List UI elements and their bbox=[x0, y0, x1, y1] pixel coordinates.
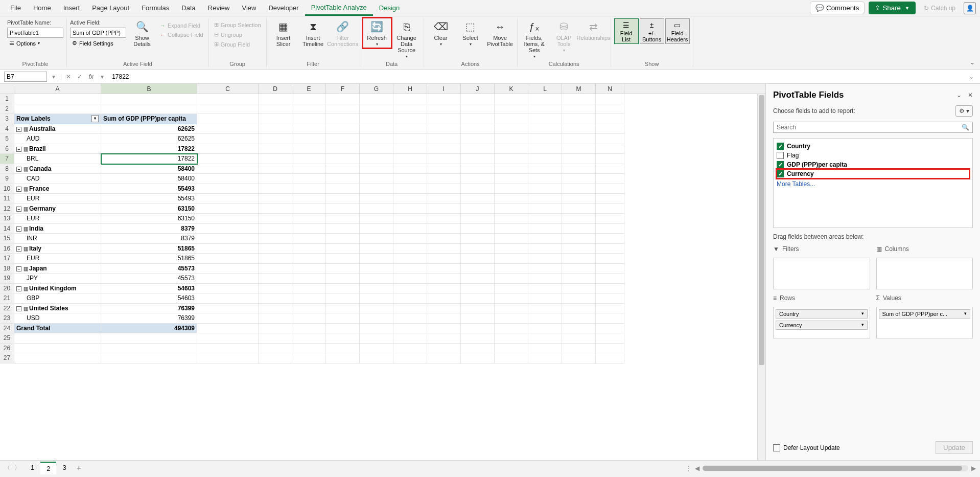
cell[interactable] bbox=[326, 164, 360, 174]
row-header[interactable]: 2 bbox=[0, 104, 14, 115]
cell[interactable] bbox=[596, 284, 624, 294]
row-header[interactable]: 23 bbox=[0, 313, 14, 324]
cell[interactable] bbox=[495, 144, 528, 154]
cell[interactable] bbox=[427, 144, 461, 154]
cell[interactable] bbox=[360, 244, 393, 254]
ribbon-collapse-button[interactable]: ⌄ bbox=[970, 59, 975, 66]
cell[interactable] bbox=[393, 154, 427, 164]
row-header[interactable]: 14 bbox=[0, 224, 14, 234]
cell[interactable] bbox=[326, 333, 360, 344]
cell[interactable] bbox=[259, 254, 292, 264]
cell[interactable] bbox=[259, 94, 292, 104]
formula-input[interactable] bbox=[109, 72, 965, 81]
cell[interactable]: 76399 bbox=[101, 313, 197, 324]
cell[interactable] bbox=[197, 324, 259, 334]
user-account-icon[interactable]: 👤 bbox=[964, 2, 976, 14]
cell[interactable] bbox=[596, 144, 624, 154]
cell[interactable] bbox=[197, 254, 259, 264]
relationships-button[interactable]: ⇄Relationships bbox=[580, 18, 608, 42]
cell[interactable] bbox=[461, 174, 495, 184]
cell[interactable] bbox=[292, 293, 326, 304]
cell[interactable] bbox=[596, 174, 624, 184]
cell[interactable] bbox=[495, 214, 528, 224]
cell[interactable] bbox=[292, 234, 326, 244]
cell[interactable] bbox=[461, 353, 495, 364]
cell[interactable] bbox=[393, 264, 427, 274]
cell[interactable]: −▥Brazil bbox=[14, 144, 101, 154]
row-header[interactable]: 19 bbox=[0, 274, 14, 284]
cell[interactable] bbox=[259, 313, 292, 324]
cell[interactable]: −▥United States bbox=[14, 304, 101, 314]
cell[interactable] bbox=[393, 144, 427, 154]
cell[interactable] bbox=[427, 274, 461, 284]
cell[interactable]: −▥India bbox=[14, 224, 101, 234]
sheet-tab-1[interactable]: 1 bbox=[25, 462, 40, 474]
sheet-next-button[interactable]: 〉 bbox=[14, 464, 20, 472]
cell[interactable] bbox=[596, 324, 624, 334]
cell[interactable] bbox=[528, 313, 562, 324]
cell[interactable]: −▥Japan bbox=[14, 264, 101, 274]
cell[interactable] bbox=[393, 134, 427, 144]
cell[interactable] bbox=[528, 324, 562, 334]
cell[interactable] bbox=[427, 94, 461, 104]
cell[interactable]: 8379 bbox=[101, 224, 197, 234]
cell[interactable] bbox=[596, 353, 624, 364]
cell[interactable]: 55493 bbox=[101, 194, 197, 204]
cell[interactable] bbox=[495, 264, 528, 274]
cell[interactable] bbox=[326, 234, 360, 244]
cell[interactable] bbox=[197, 333, 259, 344]
cell[interactable] bbox=[292, 214, 326, 224]
cell[interactable] bbox=[562, 204, 596, 214]
column-header-J[interactable]: J bbox=[461, 84, 495, 94]
cell[interactable] bbox=[427, 353, 461, 364]
cell[interactable] bbox=[360, 293, 393, 304]
cell[interactable] bbox=[259, 344, 292, 354]
tab-insert[interactable]: Insert bbox=[57, 1, 86, 15]
cell[interactable] bbox=[461, 304, 495, 314]
cell[interactable] bbox=[259, 234, 292, 244]
cell[interactable] bbox=[427, 194, 461, 204]
cell[interactable] bbox=[197, 194, 259, 204]
refresh-button[interactable]: 🔄Refresh▾ bbox=[363, 18, 391, 48]
cell[interactable] bbox=[528, 244, 562, 254]
cell[interactable] bbox=[393, 333, 427, 344]
cell[interactable] bbox=[495, 114, 528, 124]
fields-close-button[interactable]: ✕ bbox=[968, 92, 973, 99]
cell[interactable] bbox=[292, 304, 326, 314]
fields-search[interactable]: 🔍 bbox=[773, 122, 973, 133]
cell[interactable] bbox=[495, 304, 528, 314]
row-header[interactable]: 11 bbox=[0, 194, 14, 204]
cell[interactable] bbox=[528, 254, 562, 264]
cell[interactable] bbox=[528, 164, 562, 174]
cell[interactable] bbox=[393, 344, 427, 354]
cell[interactable] bbox=[360, 234, 393, 244]
cell[interactable]: 58400 bbox=[101, 164, 197, 174]
defer-update-checkbox[interactable]: Defer Layout Update bbox=[773, 444, 840, 451]
row-header[interactable]: 5 bbox=[0, 134, 14, 144]
tab-file[interactable]: File bbox=[4, 1, 27, 15]
cell[interactable] bbox=[197, 244, 259, 254]
cell[interactable] bbox=[259, 304, 292, 314]
cell[interactable] bbox=[461, 313, 495, 324]
cell[interactable] bbox=[101, 104, 197, 115]
cell[interactable] bbox=[326, 324, 360, 334]
cell[interactable] bbox=[292, 154, 326, 164]
cell[interactable]: −▥Australia bbox=[14, 124, 101, 134]
cell[interactable] bbox=[326, 154, 360, 164]
cell[interactable] bbox=[562, 214, 596, 224]
select-button[interactable]: ⬚Select▾ bbox=[457, 18, 484, 48]
row-header[interactable]: 18 bbox=[0, 264, 14, 274]
cell[interactable] bbox=[596, 184, 624, 194]
cell[interactable] bbox=[326, 274, 360, 284]
row-header[interactable]: 22 bbox=[0, 304, 14, 314]
cell[interactable]: 55493 bbox=[101, 184, 197, 194]
cell[interactable] bbox=[292, 184, 326, 194]
fields-collapse-button[interactable]: ⌄ bbox=[956, 92, 962, 99]
cell[interactable]: 54603 bbox=[101, 284, 197, 294]
cell[interactable] bbox=[562, 224, 596, 234]
cell[interactable] bbox=[259, 184, 292, 194]
cell[interactable] bbox=[326, 184, 360, 194]
cell[interactable] bbox=[562, 313, 596, 324]
cell[interactable]: EUR bbox=[14, 254, 101, 264]
more-tables-link[interactable]: More Tables... bbox=[777, 178, 969, 190]
